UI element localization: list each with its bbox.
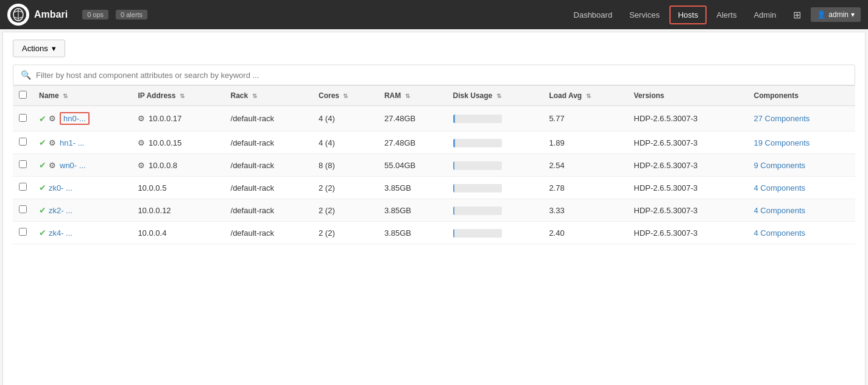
row-disk-cell xyxy=(447,177,543,199)
host-name-link[interactable]: zk0- ... xyxy=(49,183,72,192)
row-version-cell: HDP-2.6.5.3007-3 xyxy=(628,199,748,222)
status-icon: ✔ xyxy=(39,228,46,238)
row-ram-cell: 27.48GB xyxy=(378,106,447,132)
row-checkbox[interactable] xyxy=(19,228,27,236)
disk-bar-fill xyxy=(453,207,454,215)
brand-name: Ambari xyxy=(34,9,68,20)
row-ip-cell: 10.0.0.4 xyxy=(132,222,224,244)
search-input[interactable] xyxy=(36,71,847,80)
row-disk-cell xyxy=(447,106,543,132)
table-row: ✔zk4- ...10.0.0.4/default-rack2 (2)3.85G… xyxy=(13,222,855,244)
ip-tool-icon: ⚙ xyxy=(138,138,147,147)
row-disk-cell xyxy=(447,222,543,244)
th-name[interactable]: Name ⇅ xyxy=(33,86,132,106)
nav-services[interactable]: Services xyxy=(622,7,667,23)
select-all-checkbox[interactable] xyxy=(19,91,27,99)
actions-bar: Actions ▾ xyxy=(13,40,855,57)
row-rack-cell: /default-rack xyxy=(225,222,313,244)
host-name-link[interactable]: zk2- ... xyxy=(49,206,72,215)
alerts-badge[interactable]: 0 alerts xyxy=(116,10,147,19)
host-name-link[interactable]: wn0- ... xyxy=(60,161,86,170)
th-checkbox xyxy=(13,86,33,106)
row-version-cell: HDP-2.6.5.3007-3 xyxy=(628,106,748,132)
row-checkbox[interactable] xyxy=(19,160,27,168)
row-cores-cell: 4 (4) xyxy=(312,106,378,132)
host-tool-icon: ⚙ xyxy=(49,161,56,170)
grid-icon[interactable]: ⊞ xyxy=(788,7,806,23)
row-cores-cell: 8 (8) xyxy=(312,154,378,177)
th-versions: Versions xyxy=(628,86,748,106)
disk-bar xyxy=(453,115,502,123)
th-ip[interactable]: IP Address ⇅ xyxy=(132,86,224,106)
row-components-cell: 4 Components xyxy=(747,222,855,244)
row-checkbox[interactable] xyxy=(19,183,27,191)
row-checkbox-cell xyxy=(13,222,33,244)
row-checkbox-cell xyxy=(13,199,33,222)
table-row: ✔zk0- ...10.0.0.5/default-rack2 (2)3.85G… xyxy=(13,177,855,199)
row-checkbox[interactable] xyxy=(19,114,27,122)
row-name-cell: ✔zk0- ... xyxy=(33,177,132,199)
host-name-link[interactable]: hn1- ... xyxy=(60,138,84,147)
table-header-row: Name ⇅ IP Address ⇅ Rack ⇅ Cores ⇅ RAM ⇅… xyxy=(13,86,855,106)
component-link[interactable]: 19 Components xyxy=(753,138,810,147)
host-name-link[interactable]: hn0-... xyxy=(60,112,90,125)
row-components-cell: 9 Components xyxy=(747,154,855,177)
disk-bar xyxy=(453,207,502,215)
row-checkbox-cell xyxy=(13,132,33,154)
row-name-cell: ✔⚙hn0-... xyxy=(33,106,132,131)
nav-admin[interactable]: Admin xyxy=(746,7,783,23)
disk-bar-fill xyxy=(453,161,454,170)
th-rack[interactable]: Rack ⇅ xyxy=(225,86,313,106)
host-name-link[interactable]: zk4- ... xyxy=(49,228,72,238)
user-dropdown-icon: ▾ xyxy=(851,10,855,19)
row-rack-cell: /default-rack xyxy=(225,132,313,154)
row-load-cell: 5.77 xyxy=(543,106,627,132)
row-load-cell: 3.33 xyxy=(543,199,627,222)
component-link[interactable]: 4 Components xyxy=(753,206,805,215)
row-ram-cell: 3.85GB xyxy=(378,222,447,244)
th-load[interactable]: Load Avg ⇅ xyxy=(543,86,627,106)
component-link[interactable]: 9 Components xyxy=(753,161,805,170)
component-link[interactable]: 4 Components xyxy=(753,228,805,238)
row-cores-cell: 2 (2) xyxy=(312,177,378,199)
row-load-cell: 2.40 xyxy=(543,222,627,244)
main-content: Actions ▾ 🔍 Name ⇅ IP Address ⇅ Rack ⇅ C… xyxy=(2,32,866,385)
status-icon: ✔ xyxy=(39,183,46,192)
row-ip-cell: 10.0.0.5 xyxy=(132,177,224,199)
th-cores[interactable]: Cores ⇅ xyxy=(312,86,378,106)
actions-dropdown-icon: ▾ xyxy=(52,44,56,53)
table-row: ✔⚙hn0-...⚙ 10.0.0.17/default-rack4 (4)27… xyxy=(13,106,855,132)
ambari-logo xyxy=(7,4,29,26)
table-row: ✔zk2- ...10.0.0.12/default-rack2 (2)3.85… xyxy=(13,199,855,222)
nav-alerts[interactable]: Alerts xyxy=(709,7,744,23)
row-disk-cell xyxy=(447,199,543,222)
host-tool-icon: ⚙ xyxy=(49,114,56,123)
actions-button[interactable]: Actions ▾ xyxy=(13,40,65,57)
row-ip-cell: ⚙ 10.0.0.17 xyxy=(132,106,224,132)
th-ram[interactable]: RAM ⇅ xyxy=(378,86,447,106)
row-ip-cell: ⚙ 10.0.0.15 xyxy=(132,132,224,154)
nav-dashboard[interactable]: Dashboard xyxy=(566,7,620,23)
row-cores-cell: 4 (4) xyxy=(312,132,378,154)
row-name-cell: ✔⚙wn0- ... xyxy=(33,154,132,176)
user-menu[interactable]: 👤 admin ▾ xyxy=(811,7,861,22)
nav-hosts[interactable]: Hosts xyxy=(669,5,707,24)
row-ip-cell: 10.0.0.12 xyxy=(132,199,224,222)
row-name-cell: ✔zk4- ... xyxy=(33,222,132,244)
ops-badge[interactable]: 0 ops xyxy=(82,10,108,19)
disk-bar-fill xyxy=(453,139,455,147)
row-checkbox-cell xyxy=(13,106,33,132)
row-version-cell: HDP-2.6.5.3007-3 xyxy=(628,222,748,244)
row-rack-cell: /default-rack xyxy=(225,199,313,222)
disk-bar-fill xyxy=(453,229,454,238)
actions-label: Actions xyxy=(22,44,48,53)
row-ram-cell: 27.48GB xyxy=(378,132,447,154)
row-version-cell: HDP-2.6.5.3007-3 xyxy=(628,177,748,199)
th-disk[interactable]: Disk Usage ⇅ xyxy=(447,86,543,106)
row-checkbox[interactable] xyxy=(19,205,27,213)
component-link[interactable]: 4 Components xyxy=(753,183,805,192)
row-checkbox[interactable] xyxy=(19,138,27,146)
disk-bar xyxy=(453,139,502,147)
component-link[interactable]: 27 Components xyxy=(753,114,810,123)
host-tool-icon: ⚙ xyxy=(49,138,56,147)
